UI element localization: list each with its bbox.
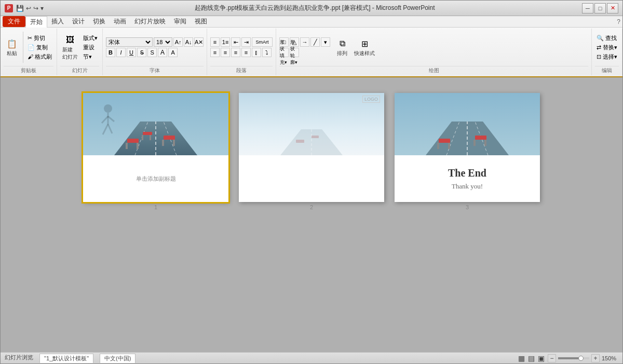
svg-rect-9	[162, 140, 164, 146]
select-btn[interactable]: ⊡ 选择▾	[595, 52, 619, 61]
paste-btn[interactable]: 📋 粘贴	[4, 36, 20, 58]
quick-styles-icon: ⊞	[358, 37, 371, 50]
menu-file[interactable]: 文件	[3, 16, 25, 27]
zoom-out-btn[interactable]: −	[548, 354, 556, 362]
menu-design[interactable]: 设计	[68, 16, 89, 27]
new-slide-label: 新建幻灯片	[62, 46, 78, 61]
align-left-btn[interactable]: ≡	[210, 48, 220, 57]
font-shrink-btn[interactable]: A↓	[184, 37, 193, 47]
menu-view[interactable]: 视图	[191, 16, 211, 27]
font-name-select[interactable]: 宋体	[106, 37, 153, 47]
slide-3[interactable]: The End Thank you!	[395, 93, 540, 202]
copy-btn[interactable]: 📄 复制	[26, 43, 53, 52]
slide-2[interactable]: LOGO	[239, 93, 384, 202]
bold-btn[interactable]: B	[106, 48, 115, 57]
reset-btn[interactable]: 重设	[82, 43, 99, 52]
text-direction-btn[interactable]: ⤵	[262, 48, 272, 57]
quick-redo-btn[interactable]: ↪	[33, 5, 38, 12]
status-tab-1[interactable]: "1_默认设计模板"	[39, 354, 93, 363]
close-btn[interactable]: ✕	[607, 3, 618, 14]
zoom-track	[558, 357, 580, 359]
menu-review[interactable]: 审阅	[170, 16, 191, 27]
list-bullet-btn[interactable]: ≡	[210, 37, 220, 47]
slide-number-2: 2	[310, 204, 313, 210]
svg-rect-23	[296, 140, 304, 143]
clear-format-btn[interactable]: A✕	[194, 37, 204, 47]
zoom-level[interactable]: 150%	[602, 355, 618, 361]
smartart-btn[interactable]: SmArt	[252, 37, 273, 47]
shadow-btn[interactable]: S	[147, 48, 157, 57]
app-window: P 💾 ↩ ↪ ▾ 起跑线竞争.ppt模板蓝天白云跑到起跑点职业竞争.ppt […	[0, 0, 623, 364]
align-center-btn[interactable]: ≡	[221, 48, 230, 57]
app-icon: P	[5, 4, 13, 12]
strikethrough-btn[interactable]: S̶	[137, 48, 146, 57]
drawing-label: 绘图	[279, 66, 588, 74]
indent-more-btn[interactable]: ⇥	[241, 37, 251, 47]
slide-container-1[interactable]: 单击添加副标题 1	[83, 93, 228, 210]
font-color-btn[interactable]: A	[158, 48, 167, 57]
shape-arrow-btn[interactable]: →	[300, 37, 309, 47]
slide-1[interactable]: 单击添加副标题	[83, 93, 228, 202]
section-btn[interactable]: 节▾	[82, 52, 99, 61]
paragraph-label: 段落	[210, 66, 273, 74]
font-size-select[interactable]: 18	[154, 37, 172, 47]
svg-rect-8	[164, 136, 175, 140]
shape-outline-btn[interactable]: 形状轮廓▾	[290, 48, 299, 57]
menu-animation[interactable]: 动画	[110, 16, 130, 27]
slides-label: 幻灯片	[60, 66, 99, 74]
zoom-control: − + 150%	[548, 354, 618, 362]
font-grow-btn[interactable]: A↑	[173, 37, 183, 47]
slide-container-2[interactable]: LOGO	[239, 93, 384, 210]
svg-rect-34	[473, 140, 476, 146]
menu-transition[interactable]: 切换	[89, 16, 110, 27]
edit-label: 编辑	[595, 66, 619, 74]
quick-styles-btn[interactable]: ⊞ 快速样式	[352, 36, 377, 58]
underline-btn[interactable]: U	[127, 48, 136, 57]
layout-btn[interactable]: 版式▾	[82, 34, 99, 43]
quick-save-btn[interactable]: 💾	[16, 5, 24, 12]
minimize-btn[interactable]: ─	[582, 3, 593, 14]
font-highlight-btn[interactable]: A	[168, 48, 178, 57]
zoom-slider[interactable]	[558, 357, 589, 359]
svg-rect-11	[143, 132, 152, 135]
maximize-btn[interactable]: □	[594, 3, 606, 14]
menu-insert[interactable]: 插入	[47, 16, 68, 27]
para-controls: ≡ 1≡ ⇤ ⇥ SmArt ≡ ≡ ≡ ≡ ⫿ ⤵	[210, 37, 273, 57]
help-icon[interactable]: ?	[617, 18, 620, 25]
arrange-btn[interactable]: ⧉ 排列	[334, 36, 350, 58]
shapes-more-btn[interactable]: ▾	[321, 37, 330, 47]
new-slide-btn[interactable]: 🖼 新建幻灯片	[60, 33, 80, 62]
zoom-in-btn[interactable]: +	[591, 354, 600, 362]
slide-small-btns: 版式▾ 重设 节▾	[82, 34, 99, 61]
slide-outer-2: LOGO	[239, 93, 384, 202]
find-btn[interactable]: 🔍 查找	[595, 34, 619, 43]
quick-styles-label: 快速样式	[354, 50, 375, 57]
italic-btn[interactable]: I	[116, 48, 126, 57]
svg-rect-30	[439, 139, 450, 143]
slide-container-3[interactable]: The End Thank you! 3	[395, 93, 540, 210]
view-icon-1[interactable]: ▦	[518, 354, 525, 362]
replace-btn[interactable]: ⇄ 替换▾	[595, 43, 619, 52]
ribbon-group-paragraph: ≡ 1≡ ⇤ ⇥ SmArt ≡ ≡ ≡ ≡ ⫿ ⤵	[207, 29, 276, 75]
align-right-btn[interactable]: ≡	[231, 48, 240, 57]
list-number-btn[interactable]: 1≡	[221, 37, 230, 47]
indent-less-btn[interactable]: ⇤	[231, 37, 240, 47]
status-bar: 幻灯片浏览 "1_默认设计模板" 中文(中国) ▦ ▤ ▣ − + 150%	[1, 352, 622, 363]
status-tab-2[interactable]: 中文(中国)	[100, 354, 136, 363]
quick-menu-btn[interactable]: ▾	[40, 5, 44, 12]
shape-line-btn[interactable]: ╱	[310, 37, 320, 47]
svg-rect-32	[448, 143, 450, 149]
arrange-label: 排列	[337, 50, 347, 57]
columns-btn[interactable]: ⫿	[252, 48, 261, 57]
view-icon-3[interactable]: ▣	[538, 354, 545, 362]
slide-view-btn[interactable]: 幻灯片浏览	[5, 354, 33, 363]
quick-undo-btn[interactable]: ↩	[26, 5, 31, 12]
view-icon-2[interactable]: ▤	[528, 354, 535, 362]
shape-fill-btn[interactable]: 形状填充▾	[279, 48, 289, 57]
new-slide-icon: 🖼	[64, 34, 76, 46]
justify-btn[interactable]: ≡	[241, 48, 251, 57]
menu-home[interactable]: 开始	[25, 16, 47, 28]
menu-slideshow[interactable]: 幻灯片放映	[130, 16, 170, 27]
format-painter-btn[interactable]: 🖌 格式刷	[26, 52, 53, 61]
cut-btn[interactable]: ✂ 剪切	[26, 34, 53, 43]
